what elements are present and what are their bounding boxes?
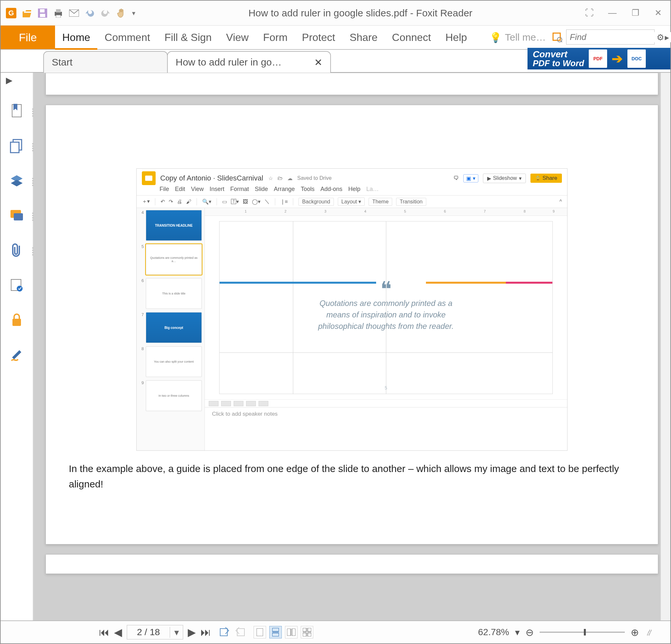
first-page-icon[interactable]: ⏮ bbox=[99, 626, 110, 639]
svg-line-11 bbox=[561, 41, 562, 42]
doc-tab-active[interactable]: How to add ruler in go… ✕ bbox=[167, 51, 331, 73]
slides-logo-icon bbox=[142, 171, 156, 185]
zoom-out-icon[interactable]: ⊖ bbox=[526, 627, 534, 638]
hand-tool-icon[interactable] bbox=[115, 7, 128, 20]
doc-tab-active-label: How to add ruler in go… bbox=[176, 57, 282, 68]
continuous-facing-icon[interactable] bbox=[301, 626, 313, 639]
thumb-7: Big concept bbox=[146, 312, 202, 343]
resize-grip-icon[interactable]: ⫽ bbox=[645, 627, 654, 638]
window-title: How to add ruler in google slides.pdf - … bbox=[137, 8, 584, 19]
page-indicator[interactable]: 2 / 18 ▾ bbox=[127, 625, 183, 640]
svg-rect-6 bbox=[56, 9, 61, 12]
redo-icon[interactable] bbox=[99, 7, 112, 20]
ribbon-options[interactable]: ⚙▸ bbox=[657, 26, 670, 49]
fullscreen-icon[interactable]: ⛶ bbox=[584, 8, 595, 18]
doc-tab-start[interactable]: Start bbox=[43, 51, 168, 73]
tab-help[interactable]: Help bbox=[439, 26, 474, 49]
open-icon[interactable] bbox=[20, 7, 34, 20]
find-box[interactable] bbox=[566, 29, 655, 44]
bookmarks-icon[interactable] bbox=[8, 103, 26, 120]
single-page-icon[interactable] bbox=[254, 626, 266, 639]
page-next-peek bbox=[46, 554, 658, 574]
svg-rect-30 bbox=[308, 628, 311, 632]
email-icon[interactable] bbox=[67, 7, 80, 20]
page-dropdown-icon[interactable]: ▾ bbox=[170, 627, 183, 638]
comments-hdr-icon: 🗨 bbox=[454, 175, 459, 181]
restore-icon[interactable]: ❐ bbox=[630, 8, 641, 18]
continuous-page-icon[interactable] bbox=[269, 626, 282, 639]
speaker-notes: Click to add speaker notes bbox=[205, 407, 567, 421]
document-viewer[interactable]: Copy of Antonio · SlidesCarnival ☆ 🗁 ☁ S… bbox=[34, 73, 670, 620]
svg-rect-24 bbox=[256, 628, 263, 636]
zoom-dropdown-icon[interactable]: ▾ bbox=[515, 627, 520, 638]
bulb-icon: 💡 bbox=[490, 32, 502, 43]
slide-thumbnails: 4TRANSITION HEADLINE 5Quotations are com… bbox=[137, 208, 205, 450]
saved-label: Saved to Drive bbox=[296, 175, 332, 181]
google-slides-screenshot: Copy of Antonio · SlidesCarnival ☆ 🗁 ☁ S… bbox=[136, 168, 568, 451]
banner-line2: PDF to Word bbox=[533, 59, 584, 67]
tab-home[interactable]: Home bbox=[55, 26, 97, 49]
svg-rect-21 bbox=[12, 319, 21, 326]
thumb-9: In two or three columns bbox=[146, 380, 202, 411]
comments-icon[interactable] bbox=[8, 207, 26, 224]
svg-rect-31 bbox=[303, 633, 306, 636]
qat-dropdown-icon[interactable]: ▾ bbox=[130, 7, 137, 20]
tab-view[interactable]: View bbox=[219, 26, 256, 49]
undo-icon[interactable] bbox=[83, 7, 96, 20]
titlebar: G ▾ How to add ruler in google slides.pd… bbox=[1, 1, 670, 26]
save-icon[interactable] bbox=[36, 7, 49, 20]
attachments-icon[interactable] bbox=[8, 242, 26, 259]
fill-sign-icon[interactable] bbox=[8, 346, 26, 363]
layers-icon[interactable] bbox=[8, 172, 26, 190]
reflow-next-icon[interactable] bbox=[234, 627, 245, 638]
svg-rect-7 bbox=[56, 15, 61, 18]
security-icon[interactable] bbox=[8, 311, 26, 329]
file-tab[interactable]: File bbox=[1, 26, 55, 49]
chevron-right-icon: ▸ bbox=[665, 33, 669, 42]
move-icon: 🗁 bbox=[277, 175, 283, 181]
facing-page-icon[interactable] bbox=[285, 626, 297, 639]
vertical-scrollbar[interactable] bbox=[660, 73, 670, 620]
tab-form[interactable]: Form bbox=[256, 26, 295, 49]
tell-me[interactable]: 💡 Tell me… bbox=[485, 26, 550, 49]
svg-rect-9 bbox=[553, 33, 560, 40]
pdf-badge: PDF bbox=[589, 50, 607, 68]
navigation-panel: ▶ bbox=[1, 73, 34, 620]
foxit-reader-window: G ▾ How to add ruler in google slides.pd… bbox=[0, 0, 671, 644]
app-icon: G bbox=[4, 7, 18, 20]
advanced-search-icon[interactable] bbox=[550, 26, 564, 49]
pages-icon[interactable] bbox=[8, 137, 26, 155]
tab-comment[interactable]: Comment bbox=[97, 26, 157, 49]
prev-page-icon[interactable]: ◀ bbox=[114, 626, 122, 639]
tab-protect[interactable]: Protect bbox=[295, 26, 342, 49]
close-tab-icon[interactable]: ✕ bbox=[314, 57, 322, 68]
svg-rect-27 bbox=[287, 629, 291, 636]
next-page-icon[interactable]: ▶ bbox=[188, 626, 196, 639]
tab-fill-sign[interactable]: Fill & Sign bbox=[157, 26, 219, 49]
ribbon: File Home Comment Fill & Sign View Form … bbox=[1, 26, 670, 50]
document-tabs: Start How to add ruler in go… ✕ Convert … bbox=[1, 50, 670, 73]
svg-rect-26 bbox=[272, 633, 279, 636]
svg-rect-18 bbox=[14, 213, 23, 220]
slides-menubar: FileEditViewInsertFormatSlideArrangeTool… bbox=[137, 186, 567, 195]
tell-me-label: Tell me… bbox=[505, 32, 546, 43]
expand-panel-icon[interactable]: ▶ bbox=[6, 75, 12, 86]
svg-rect-29 bbox=[303, 628, 306, 632]
signatures-icon[interactable] bbox=[8, 276, 26, 294]
svg-rect-32 bbox=[308, 633, 311, 636]
close-icon[interactable]: ✕ bbox=[653, 8, 664, 18]
print-icon[interactable] bbox=[52, 7, 65, 20]
doc-badge: DOC bbox=[628, 50, 646, 68]
slide-number: 5 bbox=[385, 385, 387, 390]
tab-connect[interactable]: Connect bbox=[385, 26, 438, 49]
zoom-in-icon[interactable]: ⊕ bbox=[631, 627, 639, 638]
last-page-icon[interactable]: ⏭ bbox=[201, 626, 211, 639]
minimize-icon[interactable]: ― bbox=[607, 8, 618, 18]
reflow-prev-icon[interactable] bbox=[219, 627, 231, 638]
tab-share[interactable]: Share bbox=[342, 26, 385, 49]
zoom-slider[interactable] bbox=[540, 632, 625, 633]
find-input[interactable] bbox=[567, 32, 671, 42]
page-number-label: 2 / 18 bbox=[127, 627, 170, 637]
convert-banner[interactable]: Convert PDF to Word PDF ➔ DOC bbox=[528, 48, 670, 69]
main-area: ▶ Copy of Antonio · Slides bbox=[1, 73, 670, 620]
